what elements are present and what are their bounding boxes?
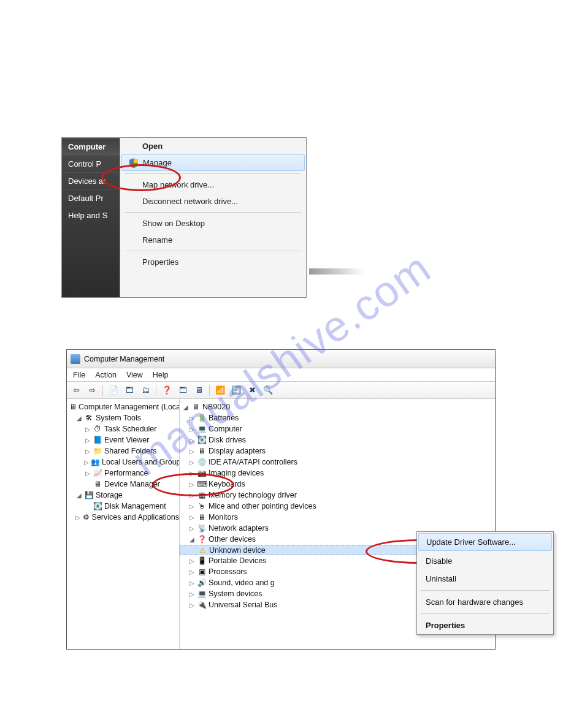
expand-icon[interactable]: ▷ xyxy=(188,503,195,510)
expand-icon[interactable]: ▷ xyxy=(84,448,91,455)
battery-icon: 🔋 xyxy=(197,413,207,423)
expand-icon[interactable]: ▷ xyxy=(188,525,195,532)
ctx-manage[interactable]: Manage xyxy=(121,154,305,171)
ctx-disconnect-drive[interactable]: Disconnect network drive... xyxy=(120,193,306,210)
ctx-uninstall[interactable]: Uninstall xyxy=(417,570,553,588)
expand-icon[interactable]: ▷ xyxy=(84,459,89,466)
device-manager-icon: 🖥 xyxy=(93,479,102,489)
services-icon: ⚙ xyxy=(82,512,90,522)
scan-button[interactable]: 🔍 xyxy=(261,384,275,397)
refresh-button[interactable]: 🔄 xyxy=(229,384,243,397)
device-disk-drives[interactable]: ▷💽Disk drives xyxy=(180,434,495,446)
console-tree: 🖥Computer Management (Local ◢🛠System Too… xyxy=(67,399,180,649)
expand-icon[interactable]: ▷ xyxy=(75,514,80,521)
expand-icon[interactable]: ▷ xyxy=(188,492,195,499)
ctx-disable[interactable]: Disable xyxy=(417,552,553,570)
expand-icon[interactable]: ▷ xyxy=(188,558,195,564)
start-item-default-programs[interactable]: Default Pr xyxy=(62,189,120,207)
tree-services-apps[interactable]: ▷⚙Services and Applications xyxy=(67,512,179,523)
tree-root[interactable]: 🖥Computer Management (Local xyxy=(67,401,179,412)
keyboard-icon: ⌨ xyxy=(197,479,207,489)
expand-icon[interactable]: ▷ xyxy=(188,470,195,477)
expand-icon[interactable]: ▷ xyxy=(188,602,195,609)
start-menu-screenshot: Computer Control P Devices ar Default Pr… xyxy=(61,137,307,298)
device-ide[interactable]: ▷💿IDE ATA/ATAPI controllers xyxy=(180,457,495,468)
collapse-icon[interactable]: ◢ xyxy=(182,404,189,411)
menu-action[interactable]: Action xyxy=(95,371,117,379)
ctx-separator xyxy=(125,173,301,174)
tree-storage[interactable]: ◢💾Storage xyxy=(67,490,179,501)
device-root[interactable]: ◢🖥NB9020 xyxy=(180,401,495,412)
ctx-update-driver[interactable]: Update Driver Software... xyxy=(418,533,552,551)
update-button[interactable]: 📶 xyxy=(213,384,227,397)
expand-icon[interactable]: ▷ xyxy=(188,426,195,433)
device-batteries[interactable]: ▷🔋Batteries xyxy=(180,412,495,423)
window-title: Computer Management xyxy=(84,355,164,363)
device-mice[interactable]: ▷🖱Mice and other pointing devices xyxy=(180,501,495,512)
device-keyboards[interactable]: ▷⌨Keyboards xyxy=(180,479,495,490)
expand-icon[interactable]: ▷ xyxy=(188,580,195,586)
view-button[interactable]: 🗔 xyxy=(176,384,190,397)
export-button[interactable]: 🗂 xyxy=(139,384,152,397)
ctx-device-properties[interactable]: Properties xyxy=(417,616,553,634)
tree-shared-folders[interactable]: ▷📁Shared Folders xyxy=(67,446,179,457)
tree-device-manager[interactable]: 🖥Device Manager xyxy=(67,479,179,490)
back-button[interactable]: ⇦ xyxy=(69,384,83,397)
expand-icon[interactable]: ▷ xyxy=(188,459,195,466)
expand-icon[interactable]: ▷ xyxy=(84,426,91,433)
expand-icon[interactable]: ▷ xyxy=(84,470,91,477)
computer-management-window: Computer Management File Action View Hel… xyxy=(66,349,496,650)
computer-icon: 💻 xyxy=(197,424,207,434)
collapse-icon[interactable]: ◢ xyxy=(75,492,82,499)
expand-icon[interactable]: ▷ xyxy=(188,437,195,444)
ctx-separator xyxy=(421,590,550,591)
ctx-open[interactable]: Open xyxy=(120,138,306,154)
expand-icon[interactable]: ▷ xyxy=(188,481,195,488)
tree-task-scheduler[interactable]: ▷⏱Task Scheduler xyxy=(67,423,179,434)
device-display[interactable]: ▷🖥Display adapters xyxy=(180,446,495,457)
start-item-computer[interactable]: Computer xyxy=(62,138,120,155)
ctx-scan-hardware[interactable]: Scan for hardware changes xyxy=(417,593,553,611)
forward-button[interactable]: ⇨ xyxy=(85,384,99,397)
device-memory-tech[interactable]: ▷▦Memory technology driver xyxy=(180,490,495,501)
show-hide-tree-button[interactable]: 📄 xyxy=(107,384,120,397)
menu-help[interactable]: Help xyxy=(153,371,169,379)
menu-file[interactable]: File xyxy=(73,371,85,379)
tree-performance[interactable]: ▷📈Performance xyxy=(67,468,179,479)
expand-icon[interactable]: ▷ xyxy=(188,415,195,422)
event-icon: 📘 xyxy=(93,435,102,445)
menu-view[interactable]: View xyxy=(126,371,143,379)
start-item-help[interactable]: Help and S xyxy=(62,207,120,224)
help-button[interactable]: ❓ xyxy=(160,384,174,397)
cpu-icon: ▣ xyxy=(197,567,207,577)
ctx-properties[interactable]: Properties xyxy=(120,254,306,270)
uninstall-button[interactable]: ✖ xyxy=(245,384,259,397)
device-computer[interactable]: ▷💻Computer xyxy=(180,423,495,434)
expand-icon[interactable]: ▷ xyxy=(188,448,195,455)
tree-local-users[interactable]: ▷👥Local Users and Groups xyxy=(67,457,179,468)
ctx-map-drive[interactable]: Map network drive... xyxy=(120,176,306,193)
devices-button[interactable]: 🖥 xyxy=(192,384,205,397)
split-panes: 🖥Computer Management (Local ◢🛠System Too… xyxy=(67,399,495,649)
disk-icon: 💽 xyxy=(197,435,207,445)
ctx-manage-label: Manage xyxy=(143,158,172,167)
collapse-icon[interactable]: ◢ xyxy=(188,536,195,543)
collapse-icon[interactable]: ◢ xyxy=(75,415,82,422)
tree-disk-management[interactable]: 💽Disk Management xyxy=(67,501,179,512)
device-imaging[interactable]: ▷📷Imaging devices xyxy=(180,468,495,479)
expand-icon[interactable]: ▷ xyxy=(188,591,195,597)
device-monitors[interactable]: ▷🖥Monitors xyxy=(180,512,495,523)
ctx-rename[interactable]: Rename xyxy=(120,232,306,248)
warning-icon: ⚠ xyxy=(197,545,207,555)
expand-icon[interactable]: ▷ xyxy=(188,569,195,575)
ctx-show-desktop[interactable]: Show on Desktop xyxy=(120,215,306,232)
expand-icon[interactable]: ▷ xyxy=(84,437,91,444)
start-item-control-panel[interactable]: Control P xyxy=(62,155,120,172)
start-item-devices[interactable]: Devices ar xyxy=(62,172,120,189)
tree-event-viewer[interactable]: ▷📘Event Viewer xyxy=(67,434,179,446)
properties-button[interactable]: 🗔 xyxy=(123,384,136,397)
expand-icon[interactable]: ▷ xyxy=(188,514,195,521)
computer-context-menu: Open Manage Map network drive... Disconn… xyxy=(120,138,306,297)
tree-system-tools[interactable]: ◢🛠System Tools xyxy=(67,412,179,423)
other-icon: ❓ xyxy=(197,534,207,544)
